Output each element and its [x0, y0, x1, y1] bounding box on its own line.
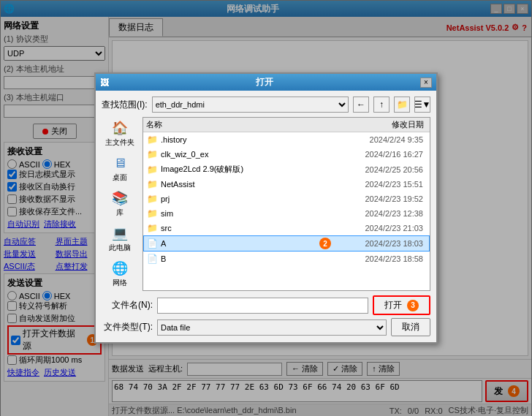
- dialog-title-icon: 🖼: [100, 77, 109, 88]
- dialog-toolbar: 查找范围(I): eth_ddr_hdmi ← ↑ 📁 ☰▼: [102, 97, 430, 113]
- home-icon: 🏠: [110, 120, 130, 136]
- file-date-src: 2024/2/23 21:03: [331, 224, 426, 232]
- desktop-icon: 🖥: [110, 155, 130, 171]
- file-date-clk: 2024/2/16 16:27: [331, 150, 426, 159]
- open-btn[interactable]: 打开 3: [373, 295, 430, 315]
- dialog-overlay: 🖼 打开 × 查找范围(I): eth_ddr_hdmi ← ↑ 📁 ☰▼: [0, 0, 532, 416]
- folder-icon-clk: 📁: [147, 149, 158, 159]
- folder-icon-src: 📁: [147, 223, 158, 233]
- dialog-title-text: 打开: [256, 76, 273, 88]
- file-date-sim: 2024/2/23 12:38: [331, 209, 426, 218]
- file-date-A: 2024/2/23 18:03: [331, 239, 426, 248]
- file-date-B: 2024/2/23 18:58: [331, 254, 426, 263]
- file-name-prj: prj: [161, 194, 331, 203]
- file-item-A[interactable]: 📄 A 2 2024/2/23 18:03: [143, 235, 430, 252]
- filetype-label: 文件类型(T):: [102, 321, 153, 333]
- file-item-clk[interactable]: 📁 clk_wiz_0_ex 2024/2/16 16:27: [143, 147, 430, 162]
- new-folder-btn[interactable]: 📁: [394, 97, 410, 113]
- nav-desktop[interactable]: 🖥 桌面: [102, 152, 138, 186]
- file-item-src[interactable]: 📁 src 2024/2/23 21:03: [143, 221, 430, 235]
- file-name-history: .history: [161, 135, 331, 144]
- open-badge: 3: [407, 300, 419, 311]
- nav-library-label: 库: [116, 208, 123, 218]
- filetype-select[interactable]: Data file: [157, 319, 387, 336]
- open-file-dialog: 🖼 打开 × 查找范围(I): eth_ddr_hdmi ← ↑ 📁 ☰▼: [94, 72, 438, 344]
- nav-computer[interactable]: 💻 此电脑: [102, 222, 138, 256]
- up-btn[interactable]: ↑: [373, 97, 390, 113]
- file-name-src: src: [161, 224, 331, 232]
- filename-input[interactable]: A: [157, 298, 368, 314]
- dialog-title-bar: 🖼 打开 ×: [96, 74, 436, 91]
- dialog-left-nav: 🏠 主文件夹 🖥 桌面 📚 库 💻 此电脑: [102, 117, 138, 291]
- file-list-header: 名称 修改日期: [143, 118, 430, 132]
- col-date: 修改日期: [332, 119, 427, 130]
- nav-network-label: 网络: [113, 278, 127, 288]
- file-date-history: 2024/2/24 9:35: [331, 135, 426, 144]
- col-name: 名称: [146, 119, 332, 130]
- search-label: 查找范围(I):: [102, 99, 148, 111]
- cancel-btn[interactable]: 取消: [391, 318, 430, 336]
- folder-icon-history: 📁: [147, 135, 158, 145]
- library-icon: 📚: [110, 190, 130, 206]
- dialog-body: 查找范围(I): eth_ddr_hdmi ← ↑ 📁 ☰▼ 🏠 主文件夹: [96, 91, 436, 342]
- file-item-history[interactable]: 📁 .history 2024/2/24 9:35: [143, 132, 430, 147]
- dialog-content: 🏠 主文件夹 🖥 桌面 📚 库 💻 此电脑: [102, 117, 430, 291]
- nav-home[interactable]: 🏠 主文件夹: [102, 117, 138, 151]
- nav-library[interactable]: 📚 库: [102, 187, 138, 221]
- filename-row: 文件名(N): A 打开 3: [102, 295, 430, 315]
- view-btn[interactable]: ☰▼: [414, 97, 430, 113]
- file-name-B: B: [161, 254, 331, 263]
- file-name-A: A: [161, 239, 316, 248]
- dialog-file-panel: 名称 修改日期 📁 .history 2024/2/24 9:35 📁 clk_…: [142, 117, 430, 291]
- file-name-sim: sim: [161, 209, 331, 218]
- file-icon-A: 📄: [147, 238, 158, 249]
- open-btn-group: 打开 3: [373, 295, 430, 315]
- file-date-image2lcd: 2024/2/25 20:56: [331, 165, 426, 174]
- file-item-prj[interactable]: 📁 prj 2024/2/23 19:52: [143, 192, 430, 206]
- file-date-netassist: 2024/2/23 15:51: [331, 180, 426, 189]
- dialog-close-btn[interactable]: ×: [420, 77, 432, 88]
- file-list: 📁 .history 2024/2/24 9:35 📁 clk_wiz_0_ex…: [143, 132, 430, 264]
- dialog-path-select[interactable]: eth_ddr_hdmi: [152, 97, 349, 113]
- filetype-row: 文件类型(T): Data file 取消: [102, 318, 430, 336]
- folder-icon-prj: 📁: [147, 194, 158, 204]
- computer-icon: 💻: [110, 225, 130, 241]
- nav-computer-label: 此电脑: [109, 243, 131, 253]
- back-btn[interactable]: ←: [353, 97, 369, 113]
- filename-label: 文件名(N):: [102, 299, 153, 311]
- file-date-prj: 2024/2/23 19:52: [331, 194, 426, 203]
- folder-icon-image2lcd: 📁: [147, 164, 158, 175]
- file-name-image2lcd: Image2Lcd 2.9(破解版): [161, 164, 331, 175]
- dialog-fields: 文件名(N): A 打开 3 文件类型(T): Data file 取消: [102, 295, 430, 336]
- folder-icon-sim: 📁: [147, 208, 158, 219]
- nav-home-label: 主文件夹: [105, 137, 134, 148]
- file-name-clk: clk_wiz_0_ex: [161, 150, 331, 159]
- nav-desktop-label: 桌面: [113, 173, 127, 183]
- file-A-badge: 2: [319, 238, 331, 249]
- nav-network[interactable]: 🌐 网络: [102, 257, 138, 291]
- file-name-netassist: NetAssist: [161, 180, 331, 189]
- file-item-sim[interactable]: 📁 sim 2024/2/23 12:38: [143, 206, 430, 221]
- file-icon-B: 📄: [147, 254, 158, 264]
- network-icon: 🌐: [110, 260, 130, 276]
- folder-icon-netassist: 📁: [147, 179, 158, 189]
- file-item-B[interactable]: 📄 B 2024/2/23 18:58: [143, 252, 430, 264]
- file-item-image2lcd[interactable]: 📁 Image2Lcd 2.9(破解版) 2024/2/25 20:56: [143, 162, 430, 177]
- file-item-netassist[interactable]: 📁 NetAssist 2024/2/23 15:51: [143, 177, 430, 192]
